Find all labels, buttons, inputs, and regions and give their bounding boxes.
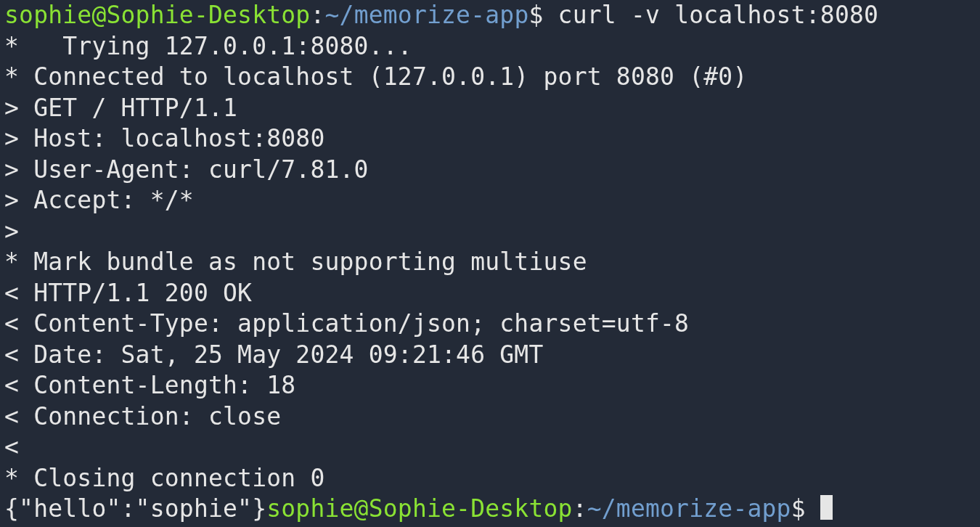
prompt-line-2: sophie@Sophie-Desktop:~/memorize-app$ [266, 494, 820, 523]
output-line: * Connected to localhost (127.0.0.1) por… [4, 62, 747, 91]
output-line: < HTTP/1.1 200 OK [4, 279, 252, 307]
prompt-path: ~/memorize-app [325, 1, 529, 29]
output-line: < Connection: close [4, 402, 281, 430]
command-text: curl -v localhost:8080 [558, 1, 879, 29]
prompt-colon: : [310, 1, 324, 29]
cursor-block-icon [820, 495, 833, 520]
output-line: > Accept: */* [4, 186, 194, 214]
output-line: * Closing connection 0 [4, 464, 325, 492]
output-line: < Content-Type: application/json; charse… [4, 309, 689, 338]
output-line: < [4, 433, 33, 461]
response-body: {"hello":"sophie"} [4, 494, 266, 523]
output-line: > User-Agent: curl/7.81.0 [4, 155, 369, 184]
prompt-path: ~/memorize-app [587, 494, 791, 523]
terminal-output[interactable]: sophie@Sophie-Desktop:~/memorize-app$ cu… [0, 0, 980, 525]
output-line: * Mark bundle as not supporting multiuse [4, 248, 587, 276]
output-line: < Content-Length: 18 [4, 371, 295, 399]
output-line: > [4, 217, 33, 245]
output-line: > Host: localhost:8080 [4, 124, 325, 152]
output-line: > GET / HTTP/1.1 [4, 94, 237, 122]
output-line: * Trying 127.0.0.1:8080... [4, 32, 412, 60]
prompt-user-host: sophie@Sophie-Desktop [266, 494, 572, 523]
prompt-dollar: $ [528, 1, 558, 29]
output-line: < Date: Sat, 25 May 2024 09:21:46 GMT [4, 340, 544, 369]
prompt-line-1: sophie@Sophie-Desktop:~/memorize-app$ [4, 1, 558, 29]
prompt-colon: : [573, 494, 587, 523]
prompt-dollar: $ [791, 494, 820, 523]
prompt-user-host: sophie@Sophie-Desktop [4, 1, 310, 29]
